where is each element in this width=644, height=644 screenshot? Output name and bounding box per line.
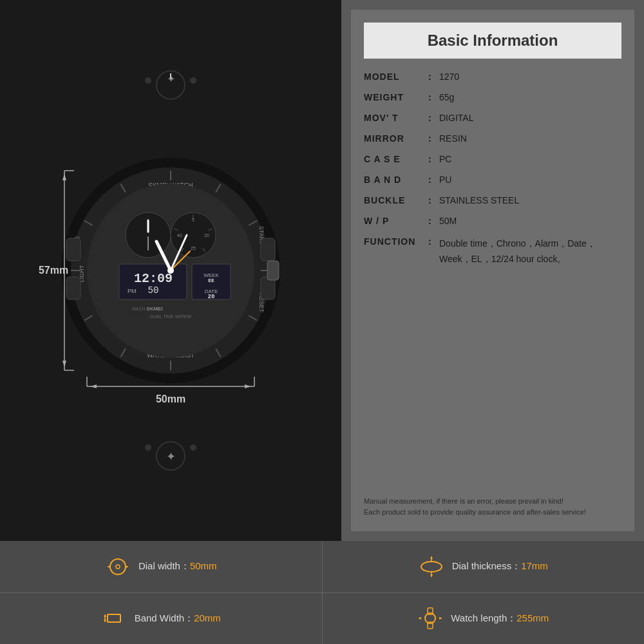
- label-mirror: MIRROR: [364, 133, 425, 144]
- spec-dial-width-value: 50mm: [190, 560, 217, 571]
- svg-rect-28: [66, 238, 80, 261]
- colon-wp: ：: [425, 216, 434, 227]
- svg-text:SKMEI: SKMEI: [146, 306, 162, 312]
- svg-text:✦: ✦: [166, 450, 176, 463]
- svg-marker-72: [90, 384, 97, 388]
- value-model: 1270: [439, 71, 621, 82]
- value-case: PC: [439, 154, 621, 164]
- svg-marker-85: [126, 565, 128, 568]
- svg-marker-73: [245, 384, 251, 388]
- label-model: MODEL: [364, 71, 425, 82]
- svg-rect-32: [267, 261, 279, 280]
- value-mirror: RESIN: [439, 133, 621, 144]
- value-movt: DIGITAL: [439, 113, 621, 123]
- spec-dial-thickness-value: 17mm: [521, 560, 548, 571]
- svg-point-5: [145, 444, 151, 451]
- spec-watch-length: Watch length：255mm: [323, 593, 645, 645]
- svg-rect-30: [261, 238, 275, 261]
- svg-text:50: 50: [148, 285, 159, 296]
- page-container: SKMEI WATCH WATER RESIST LIGHT MODE STAR…: [0, 0, 644, 644]
- svg-marker-90: [430, 574, 433, 577]
- svg-marker-99: [419, 617, 421, 620]
- svg-text:20: 20: [208, 294, 215, 300]
- svg-rect-29: [66, 277, 80, 299]
- svg-marker-94: [104, 620, 106, 622]
- spec-dial-thickness-text: Dial thickness：17mm: [452, 560, 548, 573]
- colon-buckle: ：: [425, 195, 434, 207]
- info-row-model: MODEL ： 1270: [364, 71, 621, 83]
- main-area: SKMEI WATCH WATER RESIST LIGHT MODE STAR…: [0, 0, 644, 541]
- svg-marker-83: [108, 565, 110, 568]
- svg-marker-67: [62, 361, 66, 367]
- svg-text:57mm: 57mm: [39, 265, 68, 276]
- label-wp: W / P: [364, 216, 425, 226]
- svg-marker-93: [104, 614, 106, 617]
- colon-function: ：: [425, 236, 434, 248]
- specs-row-2: Band Width：20mm: [0, 593, 644, 645]
- info-row-band: B A N D ： PU: [364, 175, 621, 186]
- svg-marker-101: [439, 617, 442, 620]
- note-line1: Manual measurement, if there is an error…: [364, 496, 621, 507]
- value-buckle: STAINLESS STEEL: [439, 195, 621, 205]
- info-panel: Basic Information MODEL ： 1270 WEIGHT ： …: [341, 0, 644, 541]
- spec-watch-length-text: Watch length：255mm: [451, 612, 549, 625]
- svg-text:MACH: MACH: [132, 307, 146, 311]
- svg-text:40: 40: [177, 233, 182, 238]
- svg-point-1: [145, 77, 151, 84]
- spec-band-width: Band Width：20mm: [0, 593, 323, 645]
- svg-point-86: [421, 562, 442, 572]
- specs-row-1: Dial width：50mm Dia: [0, 541, 644, 593]
- label-buckle: BUCKLE: [364, 195, 425, 205]
- spec-band-width-text: Band Width：20mm: [135, 612, 221, 625]
- svg-rect-91: [108, 614, 120, 622]
- svg-point-3: [190, 77, 196, 84]
- colon-movt: ：: [425, 113, 434, 124]
- svg-text:20: 20: [204, 233, 209, 238]
- info-title: Basic Information: [377, 32, 609, 50]
- watch-illustration: SKMEI WATCH WATER RESIST LIGHT MODE STAR…: [35, 45, 306, 496]
- colon-case: ：: [425, 154, 434, 166]
- value-wp: 50M: [439, 216, 621, 226]
- label-case: C A S E: [364, 154, 425, 164]
- info-row-function: FUNCTION ： Double time，Chrono，Alarm，Date…: [364, 236, 621, 267]
- spec-watch-length-value: 255mm: [516, 612, 549, 623]
- spec-dial-thickness: Dial thickness：17mm: [323, 541, 645, 592]
- spec-dial-width: Dial width：50mm: [0, 541, 323, 592]
- colon-band: ：: [425, 175, 434, 186]
- label-weight: WEIGHT: [364, 92, 425, 102]
- specs-bar: Dial width：50mm Dia: [0, 541, 644, 644]
- info-row-buckle: BUCKLE ： STAINLESS STEEL: [364, 195, 621, 207]
- colon-mirror: ：: [425, 133, 434, 145]
- info-note: Manual measurement, if there is an error…: [364, 496, 621, 518]
- svg-point-62: [167, 267, 174, 274]
- info-title-bar: Basic Information: [364, 23, 621, 59]
- label-movt: MOV' T: [364, 113, 425, 123]
- value-band: PU: [439, 175, 621, 185]
- svg-point-7: [190, 444, 196, 451]
- svg-text:DUAL TIME WR50M: DUAL TIME WR50M: [150, 314, 191, 319]
- spec-dial-width-text: Dial width：50mm: [138, 560, 217, 573]
- watch-length-icon: [417, 605, 443, 631]
- value-function: Double time，Chrono，Alarm，Date，Week，EL，12…: [439, 236, 621, 267]
- info-card: Basic Information MODEL ： 1270 WEIGHT ： …: [351, 10, 634, 531]
- svg-text:5: 5: [192, 218, 194, 222]
- label-band: B A N D: [364, 175, 425, 185]
- colon-weight: ：: [425, 92, 434, 104]
- svg-text:25: 25: [191, 246, 196, 251]
- info-row-case: C A S E ： PC: [364, 154, 621, 166]
- svg-text:12:09: 12:09: [134, 271, 173, 286]
- value-weight: 65g: [439, 92, 621, 102]
- info-row-movt: MOV' T ： DIGITAL: [364, 113, 621, 124]
- info-row-mirror: MIRROR ： RESIN: [364, 133, 621, 145]
- svg-text:PM: PM: [128, 288, 137, 294]
- spec-band-width-value: 20mm: [194, 612, 221, 623]
- svg-text:EE: EE: [208, 278, 214, 283]
- dial-thickness-icon: [419, 554, 444, 580]
- svg-point-81: [116, 565, 120, 569]
- svg-text:50mm: 50mm: [156, 393, 185, 404]
- label-function: FUNCTION: [364, 236, 425, 247]
- note-line2: Each product sold to provide quality ass…: [364, 507, 621, 518]
- colon-model: ：: [425, 71, 434, 83]
- svg-marker-88: [430, 556, 433, 559]
- svg-point-80: [110, 559, 126, 574]
